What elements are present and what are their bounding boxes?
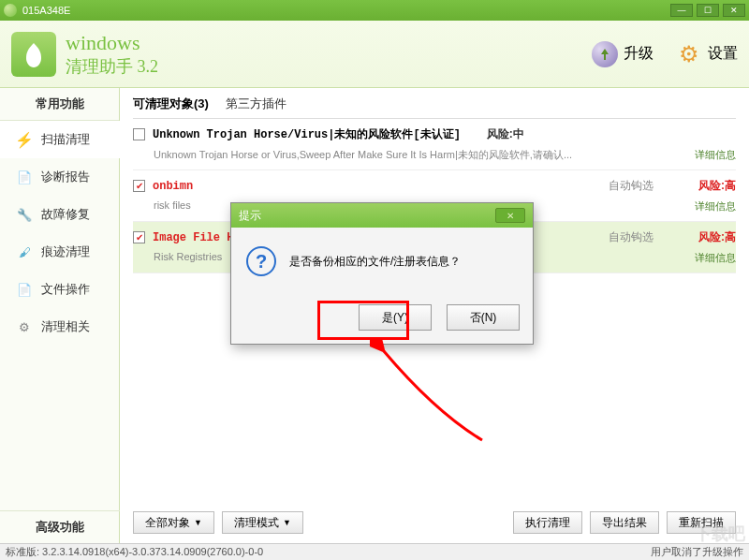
upgrade-button[interactable]: 升级	[592, 41, 654, 67]
detail-link[interactable]: 详细信息	[695, 148, 736, 162]
sidebar-item-diagnosis[interactable]: 📄 诊断报告	[0, 158, 119, 196]
sidebar-item-scan-clean[interactable]: ⚡ 扫描清理	[0, 121, 119, 158]
app-title: windows 清理助手 3.2	[66, 31, 158, 78]
execute-clean-button[interactable]: 执行清理	[513, 511, 582, 534]
window-title: 015A348E	[22, 5, 70, 16]
all-objects-dropdown[interactable]: 全部对象▼	[133, 511, 214, 534]
detail-link[interactable]: 详细信息	[695, 199, 736, 214]
sidebar-advanced-title[interactable]: 高级功能	[0, 510, 120, 543]
sidebar-item-trace-clean[interactable]: 🖌 痕迹清理	[0, 233, 119, 271]
close-button[interactable]: ✕	[723, 4, 745, 17]
titlebar: 015A348E — ☐ ✕	[0, 0, 749, 21]
watermark: 下载吧	[695, 523, 745, 545]
brush-icon: 🖌	[15, 243, 34, 261]
checkbox[interactable]: ✔	[133, 180, 145, 192]
bottom-toolbar: 全部对象▼ 清理模式▼ 执行清理 导出结果 重新扫描	[133, 511, 736, 534]
window-buttons: — ☐ ✕	[670, 4, 745, 17]
confirm-dialog: 提示 ✕ ? 是否备份相应的文件/注册表信息？ 是(Y) 否(N)	[230, 202, 534, 345]
sidebar-item-file-ops[interactable]: 📄 文件操作	[0, 271, 119, 308]
disc-icon	[592, 41, 618, 67]
statusbar: 标准版: 3.2.3.14.0918(x64)-3.0.373.14.0909(…	[0, 543, 749, 560]
question-icon: ?	[246, 246, 276, 276]
dialog-message: 是否备份相应的文件/注册表信息？	[289, 254, 461, 270]
dialog-close-button[interactable]: ✕	[495, 208, 525, 223]
status-message: 用户取消了升级操作	[651, 545, 743, 559]
result-row-0[interactable]: Unknown Trojan Horse/Virus|未知的风险软件[未认证] …	[133, 119, 736, 170]
tab-plugins[interactable]: 第三方插件	[226, 96, 286, 112]
titlebar-logo-icon	[4, 4, 17, 17]
version-text: 标准版: 3.2.3.14.0918(x64)-3.0.373.14.0909(…	[6, 545, 263, 559]
tab-cleanable[interactable]: 可清理对象(3)	[133, 96, 209, 112]
gear-icon: ⚙	[676, 41, 702, 67]
detail-link[interactable]: 详细信息	[695, 251, 736, 265]
sidebar-item-clean-related[interactable]: ⚙ 清理相关	[0, 308, 119, 346]
app-logo-icon	[11, 32, 56, 77]
header: windows 清理助手 3.2 升级 ⚙ 设置	[0, 21, 749, 88]
report-icon: 📄	[15, 168, 34, 186]
clean-mode-dropdown[interactable]: 清理模式▼	[222, 511, 303, 534]
maximize-button[interactable]: ☐	[697, 4, 719, 17]
wrench-icon: 🔧	[15, 205, 34, 224]
sidebar: 常用功能 ⚡ 扫描清理 📄 诊断报告 🔧 故障修复 🖌 痕迹清理 📄 文件操作 …	[0, 88, 120, 543]
export-result-button[interactable]: 导出结果	[590, 511, 659, 534]
dialog-titlebar[interactable]: 提示 ✕	[231, 203, 533, 228]
sidebar-item-repair[interactable]: 🔧 故障修复	[0, 196, 119, 233]
dialog-no-button[interactable]: 否(N)	[447, 304, 520, 331]
checkbox[interactable]: ✔	[133, 231, 145, 243]
lightning-icon: ⚡	[15, 130, 34, 149]
minimize-button[interactable]: —	[670, 4, 693, 17]
dialog-yes-button[interactable]: 是(Y)	[359, 304, 432, 331]
gear-small-icon: ⚙	[15, 317, 34, 336]
sidebar-common-title: 常用功能	[0, 88, 119, 121]
file-icon: 📄	[15, 280, 34, 299]
settings-button[interactable]: ⚙ 设置	[676, 41, 738, 67]
checkbox[interactable]	[133, 128, 145, 140]
